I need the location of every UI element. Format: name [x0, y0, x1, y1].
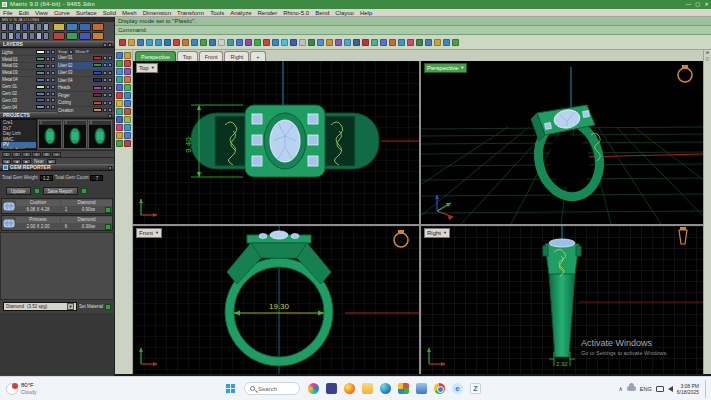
tool-icon[interactable]: [36, 23, 42, 31]
menu-item[interactable]: Help: [357, 10, 375, 16]
viewport-tab[interactable]: Perspective: [135, 51, 176, 61]
toolbar-icon[interactable]: [362, 39, 369, 46]
layer-toggle[interactable]: [103, 78, 107, 82]
viewport-tab[interactable]: Right: [224, 51, 249, 61]
show-desktop-button[interactable]: [705, 380, 707, 398]
layer-color-swatch[interactable]: [36, 64, 45, 68]
layer-lock-toggle[interactable]: [51, 71, 55, 75]
toolbar-icon[interactable]: [124, 92, 131, 99]
tool-icon[interactable]: [29, 32, 35, 40]
layer-toggle[interactable]: [46, 98, 50, 102]
layer-color-swatch[interactable]: [36, 50, 45, 54]
layer-toggle[interactable]: [46, 105, 50, 109]
viewport-perspective-label[interactable]: Perspective▼: [424, 63, 467, 73]
panel-button[interactable]: [108, 166, 112, 170]
front-view-canvas[interactable]: 19.30: [133, 226, 419, 374]
layer-lock-toggle[interactable]: [51, 50, 55, 54]
tool-icon[interactable]: [29, 23, 35, 31]
menu-item[interactable]: Rhino-5.0: [280, 10, 312, 16]
tool-icon[interactable]: [92, 23, 104, 31]
toolbar-icon[interactable]: [218, 39, 225, 46]
toolbar-icon[interactable]: [116, 52, 123, 59]
nav-next-button[interactable]: ▶: [22, 159, 31, 164]
layer-row[interactable]: Gem 01: [1, 83, 56, 89]
layer-row[interactable]: Metal 02: [1, 63, 56, 69]
toolbar-icon[interactable]: [128, 39, 135, 46]
tool-icon[interactable]: [15, 23, 21, 31]
viewport-right[interactable]: Right▼: [421, 226, 703, 374]
start-button[interactable]: [226, 384, 236, 394]
snap-toggle[interactable]: [69, 50, 73, 54]
layer-lock-toggle[interactable]: [51, 57, 55, 61]
menu-item[interactable]: Analyze: [227, 10, 254, 16]
tool-icon[interactable]: [53, 32, 65, 40]
tool-icon[interactable]: [53, 23, 65, 31]
toolbar-icon[interactable]: [124, 76, 131, 83]
toolbar-icon[interactable]: [116, 124, 123, 131]
toolbar-icon[interactable]: [398, 39, 405, 46]
toolbar-icon[interactable]: [317, 39, 324, 46]
toolbar-icon[interactable]: [407, 39, 414, 46]
toolbar-icon[interactable]: [380, 39, 387, 46]
layer-row[interactable]: Heads: [57, 84, 113, 91]
layer-color-swatch[interactable]: [36, 85, 45, 89]
layer-row[interactable]: Cutting: [57, 99, 113, 106]
layer-toggle[interactable]: [103, 93, 107, 97]
toolbar-icon[interactable]: [227, 39, 234, 46]
layer-lock-toggle[interactable]: [51, 85, 55, 89]
layer-lock-toggle[interactable]: [51, 64, 55, 68]
toolbar-icon[interactable]: [182, 39, 189, 46]
viewport-tab[interactable]: +: [250, 51, 265, 61]
project-thumbnail[interactable]: 1: [38, 120, 62, 149]
thumb-button[interactable]: ≡: [52, 152, 61, 157]
tray-chevron-icon[interactable]: ∧: [618, 385, 622, 392]
toolbar-icon[interactable]: [124, 108, 131, 115]
tool-icon[interactable]: [43, 32, 49, 40]
layer-lock-toggle[interactable]: [108, 108, 112, 112]
layer-lock-toggle[interactable]: [108, 93, 112, 97]
toolbar-icon[interactable]: [200, 39, 207, 46]
layer-lock-toggle[interactable]: [108, 71, 112, 75]
layer-color-swatch[interactable]: [36, 98, 45, 102]
toolbar-icon[interactable]: [119, 39, 126, 46]
layer-row[interactable]: User 04: [57, 77, 113, 84]
right-toolbar-strip[interactable]: ⊞◫: [703, 50, 711, 374]
tool-icon[interactable]: [79, 32, 91, 40]
menu-item[interactable]: Mesh: [119, 10, 140, 16]
toolbar-icon[interactable]: [281, 39, 288, 46]
gem-row-action[interactable]: [105, 224, 111, 230]
tool-icon[interactable]: [43, 23, 49, 31]
search-box[interactable]: Search: [244, 382, 300, 395]
layer-toggle[interactable]: [103, 108, 107, 112]
menu-item[interactable]: Transform: [174, 10, 207, 16]
perspective-view-canvas[interactable]: [421, 61, 703, 224]
toolbar-icon[interactable]: [425, 39, 432, 46]
layer-color-swatch[interactable]: [93, 101, 102, 105]
viewport-perspective[interactable]: Perspective▼: [421, 61, 703, 224]
layer-toggle[interactable]: [46, 64, 50, 68]
toolbar-icon[interactable]: [191, 39, 198, 46]
layer-toggle[interactable]: [103, 56, 107, 60]
taskbar-app-icon[interactable]: [434, 383, 445, 394]
layer-row[interactable]: Lights: [1, 49, 56, 55]
layer-color-swatch[interactable]: [93, 56, 102, 60]
toolbar-icon[interactable]: [254, 39, 261, 46]
layer-toggle[interactable]: [46, 50, 50, 54]
project-list-item[interactable]: KHOI THU: [1, 148, 36, 151]
toolbar-icon[interactable]: [263, 39, 270, 46]
layer-color-swatch[interactable]: [93, 63, 102, 67]
tool-icon[interactable]: [8, 32, 14, 40]
taskbar-app-icon[interactable]: Z: [470, 383, 481, 394]
thumbnail-tab[interactable]: 1: [39, 121, 61, 125]
tool-icon[interactable]: [66, 32, 78, 40]
layer-lock-toggle[interactable]: [51, 98, 55, 102]
thumb-button[interactable]: R: [42, 152, 51, 157]
taskbar-app-icon[interactable]: [344, 383, 355, 394]
toolbar-icon[interactable]: [116, 100, 123, 107]
toolbar-icon[interactable]: [371, 39, 378, 46]
project-thumbnail[interactable]: 3: [88, 120, 112, 149]
panel-button[interactable]: [103, 43, 107, 47]
viewport-front[interactable]: Front▼ 19.30: [133, 226, 419, 374]
toolbar-icon[interactable]: [164, 39, 171, 46]
speaker-icon[interactable]: [668, 386, 673, 392]
